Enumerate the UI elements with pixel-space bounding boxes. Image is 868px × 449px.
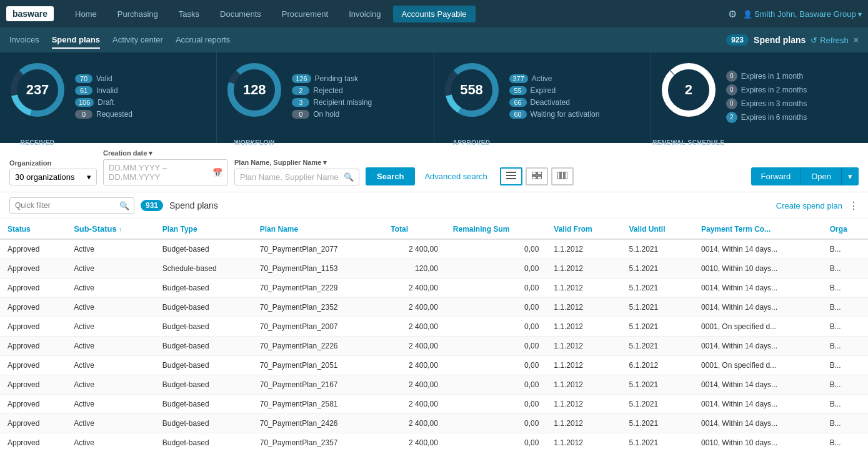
action-buttons: Forward Open ▾ xyxy=(751,167,859,185)
advanced-search-button[interactable]: Advanced search xyxy=(421,167,490,185)
cell-plantype: Budget-based xyxy=(155,337,252,356)
open-button[interactable]: Open xyxy=(801,167,841,185)
cell-substatus: Active xyxy=(66,375,155,395)
cell-validfrom: 1.1.2012 xyxy=(546,433,621,450)
nav-accounts-payable[interactable]: Accounts Payable xyxy=(393,6,476,22)
subnav-invoices[interactable]: Invoices xyxy=(9,32,39,49)
table-row[interactable]: Approved Active Budget-based 70_PaymentP… xyxy=(0,317,868,337)
cell-validuntil: 5.1.2021 xyxy=(622,414,694,433)
view-columns-button[interactable] xyxy=(551,167,574,185)
card-approved: 558 APPROVED 377 Active 55 Expired 66 De… xyxy=(434,52,651,143)
svg-rect-15 xyxy=(532,176,536,179)
renewal-1month-label: Expires in 1 month xyxy=(741,72,803,81)
stat-deactivated: 66 Deactivated xyxy=(509,98,641,107)
workflow-stats: 126 Pending task 2 Rejected 3 Recipient … xyxy=(292,74,424,122)
cell-total: 2 400,00 xyxy=(383,414,446,433)
draft-label: Draft xyxy=(97,98,114,107)
nav-procurement[interactable]: Procurement xyxy=(273,6,337,22)
cell-planname: 70_PaymentPlan_2007 xyxy=(252,317,383,337)
cell-remaining: 0,00 xyxy=(446,317,547,337)
svg-rect-11 xyxy=(506,175,516,176)
cell-plantype: Budget-based xyxy=(155,414,252,433)
cell-validuntil: 5.1.2021 xyxy=(622,259,694,279)
date-filter-input[interactable]: DD.MM.YYYY – DD.MM.YYYY 📅 xyxy=(103,159,228,185)
renewal-donut[interactable]: 2 xyxy=(661,62,717,118)
cell-remaining: 0,00 xyxy=(446,337,547,356)
spend-plans-count-badge: 923 xyxy=(726,34,749,46)
plan-name-input[interactable]: Plan Name, Supplier Name 🔍 xyxy=(234,169,359,185)
create-spend-plan-link[interactable]: Create spend plan xyxy=(776,201,842,210)
col-org[interactable]: Orga xyxy=(822,219,868,239)
col-status[interactable]: Status xyxy=(0,219,66,239)
table-row[interactable]: Approved Active Budget-based 70_PaymentP… xyxy=(0,356,868,375)
cell-planname: 70_PaymentPlan_2229 xyxy=(252,279,383,298)
cell-validuntil: 6.1.2012 xyxy=(622,356,694,375)
cell-remaining: 0,00 xyxy=(446,298,547,317)
cell-total: 2 400,00 xyxy=(383,375,446,395)
refresh-button[interactable]: ↺ Refresh xyxy=(811,36,849,45)
col-validuntil[interactable]: Valid Until xyxy=(622,219,694,239)
table-toolbar: 🔍 931 Spend plans Create spend plan ⋮ xyxy=(0,192,868,219)
renewal-3months-label: Expires in 3 months xyxy=(741,99,807,108)
workflow-donut[interactable]: 128 xyxy=(226,62,282,118)
subnav-accrual-reports[interactable]: Accrual reports xyxy=(176,32,230,49)
approved-donut[interactable]: 558 xyxy=(444,62,500,118)
more-actions-button[interactable]: ▾ xyxy=(841,167,859,185)
received-donut[interactable]: 237 xyxy=(9,62,66,118)
forward-button[interactable]: Forward xyxy=(751,167,801,185)
sub-nav-links: Invoices Spend plans Activity center Acc… xyxy=(9,32,726,49)
col-payterm[interactable]: Payment Term Co... xyxy=(694,219,822,239)
close-button[interactable]: × xyxy=(854,35,859,45)
org-filter-select[interactable]: 30 organizations ▾ xyxy=(9,169,97,185)
table-row[interactable]: Approved Active Budget-based 70_PaymentP… xyxy=(0,279,868,298)
nav-documents[interactable]: Documents xyxy=(211,6,270,22)
cell-payterm: 0014, Within 14 days... xyxy=(694,414,822,433)
cell-validfrom: 1.1.2012 xyxy=(546,298,621,317)
table-row[interactable]: Approved Active Budget-based 70_PaymentP… xyxy=(0,414,868,433)
quick-filter-input[interactable] xyxy=(9,197,134,214)
cell-planname: 70_PaymentPlan_1153 xyxy=(252,259,383,279)
cell-remaining: 0,00 xyxy=(446,375,547,395)
cell-total: 2 400,00 xyxy=(383,298,446,317)
date-filter-group: Creation date ▾ DD.MM.YYYY – DD.MM.YYYY … xyxy=(103,149,228,185)
cell-validuntil: 5.1.2021 xyxy=(622,433,694,450)
table-row[interactable]: Approved Active Budget-based 70_PaymentP… xyxy=(0,375,868,395)
col-substatus[interactable]: Sub-Status↑ xyxy=(66,219,155,239)
table-row[interactable]: Approved Active Budget-based 70_PaymentP… xyxy=(0,239,868,259)
table-row[interactable]: Approved Active Budget-based 70_PaymentP… xyxy=(0,298,868,317)
settings-icon[interactable]: ⚙ xyxy=(728,8,737,20)
col-validfrom[interactable]: Valid From xyxy=(546,219,621,239)
nav-purchasing[interactable]: Purchasing xyxy=(109,6,167,22)
calendar-icon: 📅 xyxy=(212,168,222,177)
cell-validuntil: 5.1.2021 xyxy=(622,337,694,356)
nav-home[interactable]: Home xyxy=(66,6,106,22)
sub-navigation: Invoices Spend plans Activity center Acc… xyxy=(0,27,868,52)
received-donut-wrapper: 237 RECEIVED xyxy=(9,62,66,134)
cell-validfrom: 1.1.2012 xyxy=(546,337,621,356)
table-title: Spend plans xyxy=(169,200,218,210)
col-planname[interactable]: Plan Name xyxy=(252,219,383,239)
plan-filter-label: Plan Name, Supplier Name ▾ xyxy=(234,159,359,167)
col-total[interactable]: Total xyxy=(383,219,446,239)
nav-invoicing[interactable]: Invoicing xyxy=(340,6,389,22)
view-grid-button[interactable] xyxy=(526,167,548,185)
table-row[interactable]: Approved Active Budget-based 70_PaymentP… xyxy=(0,337,868,356)
nav-tasks[interactable]: Tasks xyxy=(170,6,208,22)
cell-plantype: Budget-based xyxy=(155,356,252,375)
svg-rect-16 xyxy=(537,176,542,179)
cell-remaining: 0,00 xyxy=(446,414,547,433)
table-menu-button[interactable]: ⋮ xyxy=(849,200,859,212)
col-plantype[interactable]: Plan Type xyxy=(155,219,252,239)
user-menu[interactable]: 👤 Smith John, Basware Group ▾ xyxy=(743,9,862,19)
table-row[interactable]: Approved Active Budget-based 70_PaymentP… xyxy=(0,433,868,450)
logo[interactable]: basware xyxy=(6,6,54,21)
subnav-activity-center[interactable]: Activity center xyxy=(112,32,163,49)
table-row[interactable]: Approved Active Schedule-based 70_Paymen… xyxy=(0,259,868,279)
cell-substatus: Active xyxy=(66,279,155,298)
view-list-button[interactable] xyxy=(500,167,522,185)
search-button[interactable]: Search xyxy=(366,167,415,185)
cell-remaining: 0,00 xyxy=(446,395,547,414)
table-row[interactable]: Approved Active Budget-based 70_PaymentP… xyxy=(0,395,868,414)
col-remaining[interactable]: Remaining Sum xyxy=(446,219,547,239)
subnav-spend-plans[interactable]: Spend plans xyxy=(52,32,100,49)
